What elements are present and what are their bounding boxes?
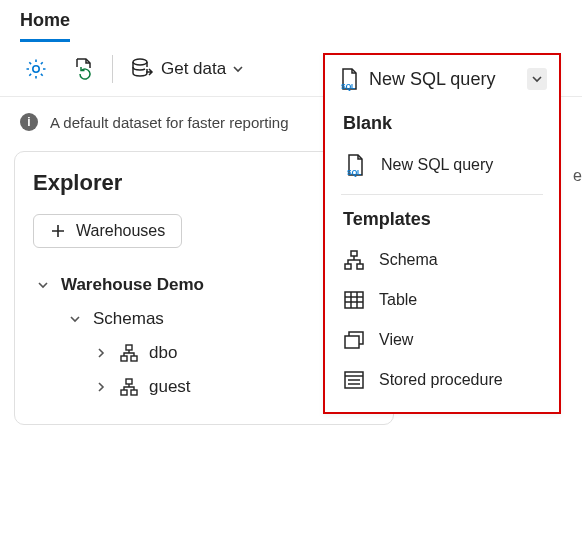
svg-rect-10 [351,251,357,256]
table-icon [343,289,365,311]
dropdown-item-label: Table [379,291,417,309]
svg-rect-6 [121,390,127,395]
dropdown-item-stored-procedure[interactable]: Stored procedure [325,360,559,400]
get-data-button[interactable]: Get data [123,52,250,86]
svg-rect-3 [121,356,127,361]
gear-icon [24,57,48,81]
dropdown-separator [341,194,543,195]
database-icon [129,56,155,82]
svg-text:SQL: SQL [341,83,356,91]
dropdown-item-label: View [379,331,413,349]
sql-file-icon: SQL [337,67,361,91]
dropdown-item-label: Schema [379,251,438,269]
view-icon [343,329,365,351]
get-data-label: Get data [161,59,226,79]
info-banner-text: A default dataset for faster reporting [50,114,288,131]
tree-item-label: dbo [149,343,177,363]
stored-procedure-icon [343,369,365,391]
schema-icon [119,377,139,397]
dropdown-item-table[interactable]: Table [325,280,559,320]
toolbar-divider [112,55,113,83]
refresh-button[interactable] [64,52,102,86]
dropdown-item-schema[interactable]: Schema [325,240,559,280]
svg-point-0 [33,66,39,72]
chevron-down-icon [69,313,83,325]
tree-item-label: Warehouse Demo [61,275,204,295]
schema-icon [119,343,139,363]
settings-button[interactable] [18,53,54,85]
svg-rect-2 [126,345,132,350]
plus-icon [50,223,66,239]
dropdown-item-label: New SQL query [381,156,493,174]
chevron-down-icon [232,63,244,75]
svg-rect-13 [345,292,363,308]
file-refresh-icon [70,56,96,82]
new-sql-query-label: New SQL query [369,69,495,90]
tab-bar: Home [0,0,582,42]
new-sql-query-button[interactable]: SQL New SQL query [325,55,559,107]
svg-rect-15 [345,336,359,348]
sql-file-icon: SQL [343,153,367,177]
chevron-down-icon[interactable] [527,68,547,90]
warehouses-button-label: Warehouses [76,222,165,240]
svg-text:SQL: SQL [347,169,362,177]
dropdown-section-blank: Blank [325,107,559,144]
svg-rect-11 [345,264,351,269]
svg-point-1 [133,59,147,65]
dropdown-item-label: Stored procedure [379,371,503,389]
schema-icon [343,249,365,271]
tab-home[interactable]: Home [20,6,70,42]
dropdown-item-new-sql-query[interactable]: SQL New SQL query [325,144,559,186]
tree-item-label: Schemas [93,309,164,329]
info-icon: i [20,113,38,131]
svg-rect-4 [131,356,137,361]
banner-cutoff-text: e [573,167,582,185]
chevron-right-icon [95,347,109,359]
new-sql-query-dropdown: SQL New SQL query Blank SQL New SQL quer… [323,53,561,414]
tree-item-label: guest [149,377,191,397]
chevron-right-icon [95,381,109,393]
dropdown-item-view[interactable]: View [325,320,559,360]
svg-rect-5 [126,379,132,384]
svg-rect-7 [131,390,137,395]
dropdown-section-templates: Templates [325,203,559,240]
chevron-down-icon [37,279,51,291]
add-warehouses-button[interactable]: Warehouses [33,214,182,248]
svg-rect-12 [357,264,363,269]
